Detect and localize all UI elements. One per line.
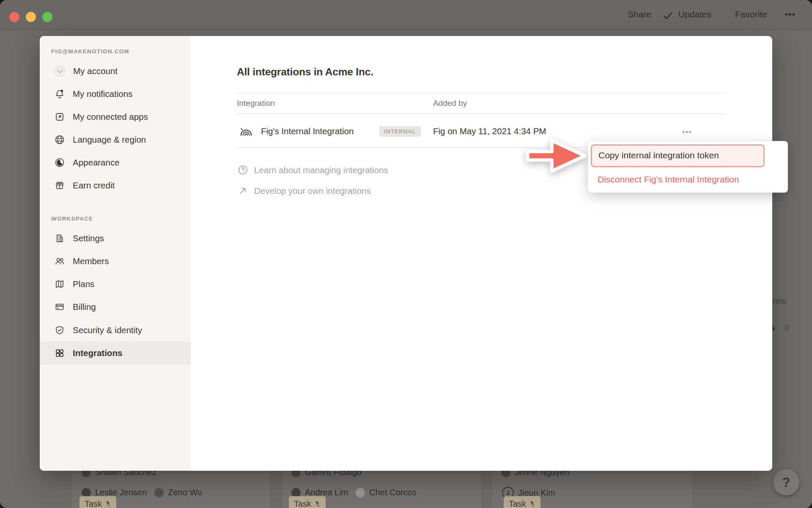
updates-button[interactable]: Updates [678, 9, 711, 19]
background-fragment: nns [773, 296, 786, 306]
row-more-button[interactable] [678, 127, 695, 138]
share-button[interactable]: Share [628, 9, 651, 19]
sidebar-item-label: Billing [73, 302, 96, 312]
column-header-integration: Integration [237, 99, 275, 108]
sidebar-item-label: Earn credit [73, 180, 115, 190]
sidebar-item-label: My connected apps [73, 112, 148, 122]
sidebar-item-earn-credit[interactable]: Earn credit [40, 174, 191, 197]
check-icon [662, 10, 673, 21]
help-button[interactable]: ? [773, 469, 799, 495]
sidebar-item-label: Appearance [73, 157, 120, 168]
arrow-square-icon [54, 111, 65, 122]
gift-icon [54, 180, 65, 191]
screen: Share Updates Favorite ••• nns s 0 Shawn… [0, 0, 812, 508]
avatar-icon [54, 66, 66, 77]
help-circle-icon [238, 165, 248, 175]
zoom-traffic-light[interactable] [42, 12, 52, 22]
avatar [356, 488, 365, 497]
moon-icon [54, 157, 65, 168]
sidebar-item-appearance[interactable]: Appearance [40, 151, 191, 174]
hammer-icon [529, 501, 535, 507]
column-header-added-by: Added by [433, 99, 467, 108]
link-label: Develop your own integrations [254, 186, 371, 196]
sidebar-item-label: Language & region [73, 135, 146, 145]
avatar [154, 488, 164, 497]
sidebar-item-members[interactable]: Members [40, 250, 191, 273]
minimize-traffic-light[interactable] [26, 12, 36, 22]
sidebar-item-integrations[interactable]: Integrations [40, 342, 191, 364]
close-traffic-light[interactable] [9, 12, 19, 22]
favorite-button[interactable]: Favorite [735, 9, 767, 19]
map-icon [54, 279, 65, 290]
link-label: Learn about managing integrations [254, 165, 388, 175]
hammer-icon [105, 501, 111, 507]
sidebar-item-security-identity[interactable]: Security & identity [40, 319, 191, 342]
table-row [239, 125, 253, 139]
sidebar-item-label: Integrations [73, 348, 122, 358]
learn-integrations-link[interactable]: Learn about managing integrations [238, 165, 388, 175]
sidebar-item-label: My notifications [73, 89, 132, 99]
sidebar-item-language-region[interactable]: Language & region [40, 128, 191, 151]
table-divider [237, 93, 727, 93]
sidebar-item-my-notifications[interactable]: My notifications [40, 83, 191, 105]
globe-icon [54, 134, 65, 145]
sidebar-item-my-account[interactable]: My account [40, 60, 191, 83]
account-email-label: FIG@MAKENOTION.COM [51, 48, 178, 55]
menu-item-copy-token[interactable]: Copy internal integration token [598, 150, 719, 160]
page-title: All integrations in Acme Inc. [237, 66, 373, 78]
hammer-icon [314, 501, 321, 507]
sidebar-item-label: Members [73, 256, 109, 266]
integration-name: Fig's Internal Integration [261, 126, 354, 136]
sidebar-item-label: Plans [73, 279, 94, 289]
sidebar-item-my-connected-apps[interactable]: My connected apps [40, 105, 191, 128]
building-icon [54, 233, 65, 244]
sidebar-item-plans[interactable]: Plans [40, 273, 191, 295]
added-by-value: Fig on May 11, 2021 4:34 PM [433, 126, 546, 136]
internal-badge: INTERNAL [379, 126, 421, 137]
background-fragment: 0 [785, 323, 789, 333]
sidebar-item-settings[interactable]: Settings [40, 227, 191, 250]
grid-icon [54, 348, 65, 359]
people-icon [54, 256, 65, 267]
menu-item-disconnect[interactable]: Disconnect Fig's Internal Integration [598, 174, 739, 185]
sidebar-item-label: Security & identity [73, 325, 142, 335]
sidebar-item-label: Settings [73, 233, 104, 243]
sidebar-item-label: My account [73, 66, 118, 76]
credit-card-icon [54, 301, 65, 312]
window-more-button[interactable]: ••• [785, 9, 796, 19]
arrow-up-right-icon [238, 185, 248, 196]
develop-integrations-link[interactable]: Develop your own integrations [238, 185, 371, 196]
task-tag: Task [80, 496, 116, 508]
task-tag: Task [289, 496, 326, 508]
table-divider [237, 113, 727, 114]
task-tag: Task [504, 496, 540, 508]
sidebar-item-billing[interactable]: Billing [40, 295, 191, 318]
bell-icon [54, 88, 65, 99]
workspace-section-label: WORKSPACE [51, 215, 178, 222]
ellipsis-icon [680, 127, 693, 138]
fig-logo-icon [239, 125, 253, 137]
shield-icon [54, 325, 65, 336]
